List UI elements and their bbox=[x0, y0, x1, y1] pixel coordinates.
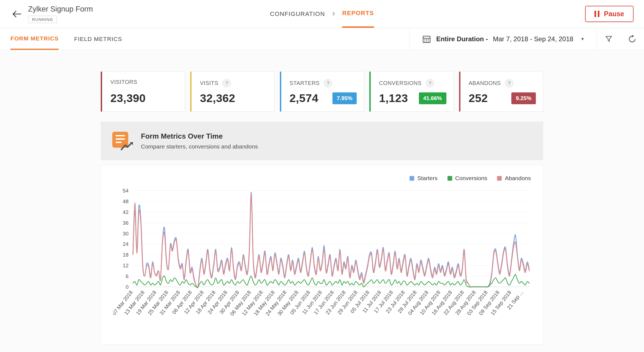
series-line-abandons bbox=[133, 194, 529, 288]
svg-text:30: 30 bbox=[123, 231, 129, 237]
chevron-right-icon: › bbox=[332, 0, 335, 28]
legend-swatch bbox=[497, 176, 502, 181]
app-header: Zylker Signup Form RUNNING CONFIGURATION… bbox=[0, 0, 644, 28]
section-header: Form Metrics Over Time Compare starters,… bbox=[101, 122, 543, 160]
refresh-icon bbox=[628, 35, 637, 43]
help-icon[interactable]: ? bbox=[324, 79, 332, 87]
conversions-label: CONVERSIONS bbox=[379, 80, 421, 86]
tab-field-metrics[interactable]: FIELD METRICS bbox=[74, 28, 122, 50]
visits-card: VISITS ? 32,362 bbox=[190, 72, 274, 112]
help-icon[interactable]: ? bbox=[222, 79, 231, 87]
tab-form-metrics[interactable]: FORM METRICS bbox=[10, 28, 59, 50]
metrics-chart-svg: 06121824303642485407 Mar 201813 Mar 2018… bbox=[113, 184, 531, 338]
breadcrumb: CONFIGURATION › REPORTS bbox=[270, 0, 374, 28]
arrow-left-icon bbox=[12, 10, 22, 18]
chart-legend: StartersConversionsAbandons bbox=[113, 172, 531, 184]
conversions-badge: 41.66% bbox=[419, 92, 446, 104]
starters-label: STARTERS bbox=[290, 80, 320, 86]
svg-text:0: 0 bbox=[125, 284, 129, 290]
metrics-tabs: FORM METRICS FIELD METRICS bbox=[10, 28, 138, 50]
legend-label: Starters bbox=[417, 175, 438, 182]
chart-panel: StartersConversionsAbandons 061218243036… bbox=[101, 165, 543, 344]
legend-label: Conversions bbox=[455, 175, 487, 182]
svg-text:24: 24 bbox=[123, 241, 129, 247]
legend-item-conversions[interactable]: Conversions bbox=[447, 175, 487, 182]
visits-label: VISITS bbox=[200, 80, 218, 86]
chevron-down-icon: ▼ bbox=[580, 37, 585, 41]
help-icon[interactable]: ? bbox=[505, 79, 514, 87]
main-content: VISITORS 23,390 VISITS ? 32,362 bbox=[0, 50, 644, 344]
breadcrumb-configuration[interactable]: CONFIGURATION bbox=[270, 0, 325, 28]
starters-card: STARTERS ? 2,574 7.95% bbox=[280, 72, 364, 112]
toolbar: FORM METRICS FIELD METRICS Entire Durati… bbox=[0, 28, 644, 50]
stat-cards: VISITORS 23,390 VISITS ? 32,362 bbox=[101, 72, 543, 112]
breadcrumb-reports[interactable]: REPORTS bbox=[342, 0, 374, 28]
back-button[interactable] bbox=[10, 8, 23, 20]
svg-text:12: 12 bbox=[123, 263, 129, 268]
legend-item-starters[interactable]: Starters bbox=[410, 175, 438, 182]
visits-value: 32,362 bbox=[200, 92, 235, 105]
svg-text:36: 36 bbox=[123, 220, 129, 226]
starters-badge: 7.95% bbox=[332, 92, 357, 104]
abandons-value: 252 bbox=[469, 92, 488, 105]
svg-text:42: 42 bbox=[123, 209, 129, 215]
report-chart-icon bbox=[112, 132, 132, 150]
svg-text:54: 54 bbox=[123, 188, 129, 194]
date-range-value: Mar 7, 2018 - Sep 24, 2018 bbox=[493, 35, 573, 43]
pause-icon bbox=[594, 11, 599, 17]
conversions-card: CONVERSIONS ? 1,123 41.66% bbox=[369, 72, 454, 112]
visitors-value: 23,390 bbox=[110, 92, 146, 105]
conversions-value: 1,123 bbox=[379, 92, 408, 105]
legend-swatch bbox=[410, 176, 414, 181]
legend-item-abandons[interactable]: Abandons bbox=[497, 175, 531, 182]
status-badge: RUNNING bbox=[28, 16, 57, 23]
legend-label: Abandons bbox=[505, 175, 531, 182]
visitors-label: VISITORS bbox=[110, 79, 137, 85]
svg-text:18: 18 bbox=[123, 252, 129, 258]
pause-button-label: Pause bbox=[604, 10, 624, 18]
visitors-card: VISITORS 23,390 bbox=[101, 72, 185, 112]
section-title: Form Metrics Over Time bbox=[141, 132, 258, 141]
date-range-picker[interactable]: Entire Duration - Mar 7, 2018 - Sep 24, … bbox=[410, 28, 597, 50]
refresh-button[interactable] bbox=[620, 28, 644, 50]
funnel-icon bbox=[605, 35, 613, 43]
legend-swatch bbox=[447, 176, 452, 181]
abandons-badge: 9.25% bbox=[511, 92, 536, 104]
svg-text:48: 48 bbox=[123, 199, 129, 204]
filter-button[interactable] bbox=[597, 28, 620, 50]
series-line-starters bbox=[133, 192, 529, 288]
abandons-label: ABANDONS bbox=[469, 80, 501, 86]
section-subtitle: Compare starters, conversions and abando… bbox=[141, 143, 258, 150]
help-icon[interactable]: ? bbox=[426, 79, 434, 87]
date-range-prefix: Entire Duration - bbox=[436, 35, 488, 43]
abandons-card: ABANDONS ? 252 9.25% bbox=[459, 72, 543, 112]
svg-text:6: 6 bbox=[125, 273, 129, 279]
pause-button[interactable]: Pause bbox=[585, 6, 634, 22]
calendar-icon bbox=[422, 34, 431, 44]
starters-value: 2,574 bbox=[290, 92, 318, 105]
page-title: Zylker Signup Form bbox=[28, 5, 93, 13]
